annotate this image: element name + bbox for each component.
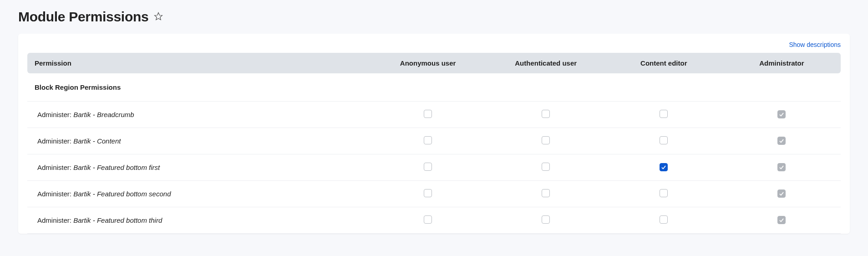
permission-label: Administer: Bartik - Breadcrumb [27, 102, 369, 128]
page-header: Module Permissions [18, 9, 850, 25]
page-title: Module Permissions [18, 9, 148, 25]
permission-checkbox[interactable] [542, 110, 550, 118]
permission-checkbox[interactable] [660, 136, 668, 144]
permission-label: Administer: Bartik - Featured bottom sec… [27, 181, 369, 207]
show-descriptions-link[interactable]: Show descriptions [789, 41, 841, 48]
permission-checkbox[interactable] [542, 163, 550, 171]
permission-cell [369, 207, 487, 234]
permission-checkbox[interactable] [424, 110, 432, 118]
card-toolbar: Show descriptions [27, 38, 841, 53]
permission-cell [605, 207, 723, 234]
permission-item: Bartik - Content [73, 137, 121, 145]
permission-prefix: Administer: [37, 190, 73, 198]
permission-checkbox[interactable] [424, 163, 432, 171]
col-header-role: Anonymous user [369, 53, 487, 73]
permission-checkbox [777, 163, 786, 171]
permission-prefix: Administer: [37, 216, 73, 224]
svg-marker-0 [155, 12, 162, 20]
table-row: Administer: Bartik - Featured bottom fir… [27, 154, 841, 181]
permission-checkbox[interactable] [660, 163, 668, 171]
permission-checkbox [777, 137, 786, 145]
permission-cell [605, 154, 723, 181]
permission-label: Administer: Bartik - Content [27, 128, 369, 154]
permission-checkbox[interactable] [542, 136, 550, 144]
table-row: Administer: Bartik - Featured bottom sec… [27, 181, 841, 207]
permission-cell [369, 128, 487, 154]
permission-cell [487, 154, 605, 181]
permission-item: Bartik - Breadcrumb [73, 111, 134, 118]
permission-cell [605, 181, 723, 207]
permission-cell [369, 181, 487, 207]
permission-cell [369, 102, 487, 128]
permission-cell [605, 102, 723, 128]
permission-cell [723, 102, 841, 128]
permission-cell [723, 128, 841, 154]
permission-cell [723, 181, 841, 207]
permission-checkbox[interactable] [424, 215, 432, 224]
col-header-role: Content editor [605, 53, 723, 73]
permission-checkbox[interactable] [542, 215, 550, 224]
permission-group-row: Block Region Permissions [27, 73, 841, 102]
permission-cell [487, 102, 605, 128]
permission-cell [605, 128, 723, 154]
col-header-role: Authenticated user [487, 53, 605, 73]
permission-prefix: Administer: [37, 164, 73, 171]
col-header-permission: Permission [27, 53, 369, 73]
permission-cell [723, 154, 841, 181]
permission-prefix: Administer: [37, 137, 73, 145]
permission-item: Bartik - Featured bottom second [73, 190, 171, 198]
permission-cell [487, 207, 605, 234]
permission-checkbox[interactable] [542, 189, 550, 197]
star-icon[interactable] [154, 12, 163, 22]
table-row: Administer: Bartik - Content [27, 128, 841, 154]
permission-label: Administer: Bartik - Featured bottom thi… [27, 207, 369, 234]
table-row: Administer: Bartik - Featured bottom thi… [27, 207, 841, 234]
permission-checkbox [777, 110, 786, 118]
permission-prefix: Administer: [37, 111, 73, 118]
permission-checkbox[interactable] [424, 136, 432, 144]
permission-checkbox[interactable] [424, 189, 432, 197]
permission-checkbox [777, 189, 786, 198]
permission-cell [487, 128, 605, 154]
permission-cell [369, 154, 487, 181]
permission-checkbox[interactable] [660, 215, 668, 224]
table-header-row: Permission Anonymous user Authenticated … [27, 53, 841, 73]
col-header-role: Administrator [723, 53, 841, 73]
permission-item: Bartik - Featured bottom first [73, 164, 160, 171]
permission-checkbox[interactable] [660, 110, 668, 118]
permission-checkbox[interactable] [660, 189, 668, 197]
permissions-card: Show descriptions Permission Anonymous u… [18, 34, 850, 234]
table-row: Administer: Bartik - Breadcrumb [27, 102, 841, 128]
permission-label: Administer: Bartik - Featured bottom fir… [27, 154, 369, 181]
table-body: Block Region Permissions Administer: Bar… [27, 73, 841, 234]
permissions-table: Permission Anonymous user Authenticated … [27, 53, 841, 234]
permission-checkbox [777, 216, 786, 224]
permission-cell [487, 181, 605, 207]
permission-item: Bartik - Featured bottom third [73, 216, 162, 224]
permission-group-label: Block Region Permissions [27, 73, 841, 102]
permission-cell [723, 207, 841, 234]
